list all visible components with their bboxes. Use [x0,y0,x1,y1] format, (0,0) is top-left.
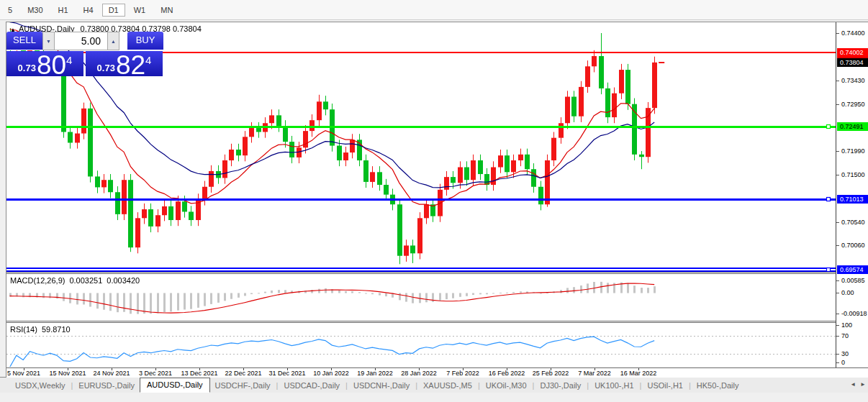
tab-separator: | [533,381,535,390]
price-tick-dash [836,175,839,175]
macd-tick-dash [836,280,839,281]
rsi-tick-label: 0 [841,358,845,367]
rsi-indicator-canvas[interactable] [6,323,836,367]
price-level-label-level: 0.71013 [837,195,868,204]
date-tick-label: 22 Dec 2021 [225,370,261,377]
price-tick-dash [836,33,839,34]
tab-scroll-arrows: ◄► [846,381,866,388]
date-tick-label: 31 Dec 2021 [268,370,305,377]
price-tick-label: 0.70060 [841,241,865,250]
macd-tick-dash [836,293,839,293]
date-tick-label: 5 Nov 2021 [7,370,40,377]
sell-price-pip: 4 [66,54,72,66]
timeframe-button-w1[interactable]: W1 [127,4,153,17]
symbol-tab-bar: USDX,Weekly|EURUSD-,DailyAUDUSD-,DailyUS… [0,377,868,393]
date-tick-label: 7 Feb 2022 [446,370,479,377]
price-axis: 0.744000.734300.729500.719900.715000.705… [836,22,868,367]
price-tick-label: 0.74400 [841,29,865,37]
sell-price-quote[interactable]: 0.73 80 4 [6,51,83,76]
tab-ukoil-m30[interactable]: UKOil-,M30 [481,379,532,392]
tab-scroll-left-icon[interactable]: ◄ [850,381,856,388]
rsi-tick-label: 100 [841,321,852,329]
buy-button[interactable]: BUY [127,32,163,50]
tab-separator: | [276,381,279,390]
tab-usdx-weekly[interactable]: USDX,Weekly [10,379,70,392]
buy-price-big-digits: 82 [116,55,145,76]
timeframe-button-d1[interactable]: D1 [102,4,125,17]
tab-usoil-h1[interactable]: USOil-,H1 [642,379,688,392]
price-level-label-current-bid: 0.73804 [837,58,868,67]
pane-separator-rsi[interactable] [6,321,868,323]
price-level-label-level: 0.69574 [837,265,868,274]
macd-value: 0.003251 [69,276,102,285]
date-tick-label: 24 Nov 2021 [93,370,130,377]
tab-usdcnh-daily[interactable]: USDCNH-,Daily [348,379,415,392]
rsi-tick-dash [836,362,839,363]
rsi-tick-dash [836,336,839,337]
timeframe-button-h1[interactable]: H1 [52,4,75,17]
volume-decrease-button[interactable]: ▼ [42,32,55,50]
sell-price-prefix: 0.73 [18,63,36,73]
rsi-name: RSI(14) [10,325,37,334]
rsi-tick-label: 30 [841,350,849,358]
chevron-up-icon: ▲ [111,39,116,44]
price-tick-dash [836,222,839,223]
price-level-label-level: 0.74002 [837,48,868,57]
tab-xauusd-m5[interactable]: XAUUSD-,M5 [418,379,477,392]
date-tick-label: 13 Dec 2021 [181,370,217,377]
timeframe-button-5[interactable]: 5 [1,4,19,17]
chevron-down-icon: ▼ [46,39,51,44]
tab-hk50-daily[interactable]: HK50-,Daily [692,379,744,392]
price-tick-label: 0.73430 [841,76,865,85]
buy-price-pip: 4 [145,54,151,66]
tab-audusd-daily[interactable]: AUDUSD-,Daily [140,378,210,393]
chart-window: ▲AUDUSD-,Daily0.73800 0.73804 0.73798 0.… [6,22,868,378]
date-tick-label: 15 Nov 2021 [49,370,86,377]
tab-usdcad-daily[interactable]: USDCAD-,Daily [279,379,345,392]
pane-separator-macd[interactable] [6,272,868,274]
macd-name: MACD(12,26,9) [10,276,65,285]
rsi-tick-dash [836,354,839,355]
price-tick-label: 0.70540 [841,218,865,227]
buy-price-quote[interactable]: 0.73 82 4 [86,51,163,76]
sell-button[interactable]: SELL [6,32,42,50]
price-level-label-level: 0.72491 [837,122,868,131]
tab-separator: | [587,381,589,390]
tab-scroll-right-icon[interactable]: ► [860,381,866,388]
tab-separator: | [478,381,480,390]
date-tick-label: 16 Feb 2022 [489,370,525,377]
timeframe-button-mn[interactable]: MN [154,4,179,17]
macd-tick-dash [836,314,839,314]
tab-dj30-daily[interactable]: DJ30-,Daily [535,379,586,392]
date-tick-label: 25 Feb 2022 [533,370,569,377]
sell-price-big-digits: 80 [37,55,66,76]
macd-tick-label: -0.00918 [841,309,867,318]
price-tick-dash [836,151,839,152]
buy-price-prefix: 0.73 [97,63,115,73]
date-tick-label: 19 Jan 2022 [357,370,393,377]
price-tick-dash [836,245,839,246]
macd-tick-label: 0.00 [841,288,854,297]
status-strip [0,393,868,402]
date-axis: 5 Nov 202115 Nov 202124 Nov 20213 Dec 20… [6,367,868,378]
rsi-label: RSI(14)59.8710 [10,325,75,334]
tab-eurusd-daily[interactable]: EURUSD-,Daily [73,379,140,392]
macd-signal-value: 0.003420 [107,276,140,285]
date-tick-label: 3 Dec 2021 [139,370,172,377]
tab-uk100-h1[interactable]: UK100-,H1 [589,379,638,392]
date-tick-label: 10 Jan 2022 [313,370,349,377]
date-tick-label: 16 Mar 2022 [620,370,657,377]
one-click-trading-panel: SELL ▼ ▲ BUY 0.73 80 4 0.73 82 4 [6,32,164,76]
volume-input[interactable] [55,32,107,50]
price-tick-label: 0.71990 [841,147,865,155]
rsi-tick-dash [836,325,839,326]
volume-increase-button[interactable]: ▲ [107,32,119,50]
macd-tick-label: 0.00585 [841,276,865,285]
timeframe-button-h4[interactable]: H4 [77,4,100,17]
macd-label: MACD(12,26,9)0.0032510.003420 [10,276,144,285]
rsi-value: 59.8710 [42,325,71,334]
tab-separator: | [415,381,417,390]
timeframe-button-m30[interactable]: M30 [21,4,49,17]
tab-usdchf-daily[interactable]: USDCHF-,Daily [210,379,276,392]
date-tick-label: 7 Mar 2022 [578,370,611,377]
